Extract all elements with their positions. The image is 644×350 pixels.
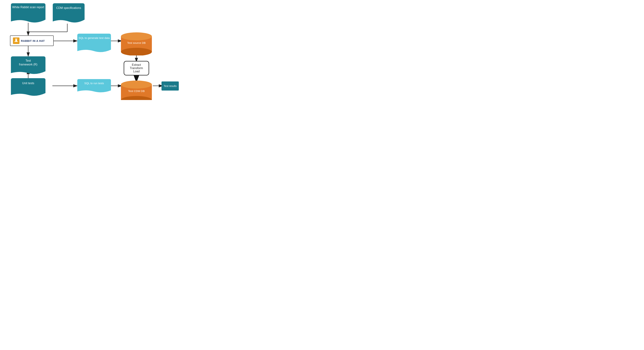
etl-load: Load (133, 70, 140, 73)
test-results-box: Test results (162, 82, 179, 90)
test-cdm-db: Test CDM DB (120, 80, 153, 100)
etl-box: Extract Transform Load (124, 61, 149, 76)
sql-run-box: SQL to run tests (77, 79, 111, 94)
unit-tests-box: Unit tests (11, 78, 46, 98)
sql-generate-box: SQL to generate test data (77, 34, 111, 54)
white-rabbit-box: White Rabbit scan report (11, 3, 46, 25)
test-source-db: Test source DB (120, 32, 153, 56)
svg-point-17 (15, 38, 16, 40)
riah-icon (13, 38, 20, 44)
svg-point-23 (121, 80, 152, 88)
svg-point-21 (121, 48, 152, 56)
svg-point-20 (121, 32, 152, 40)
svg-point-18 (16, 38, 17, 40)
etl-transform: Transform (130, 66, 143, 70)
svg-rect-16 (15, 40, 17, 42)
test-framework-box: Testframework (R) (11, 56, 46, 76)
etl-extract: Extract (132, 63, 141, 66)
cdm-spec-box: CDM specifications (53, 3, 84, 25)
riah-label: Rabbit In A Hat (21, 39, 45, 42)
diagram: White Rabbit scan report CDM specificati… (0, 0, 182, 100)
riah-box: Rabbit In A Hat (10, 36, 54, 46)
